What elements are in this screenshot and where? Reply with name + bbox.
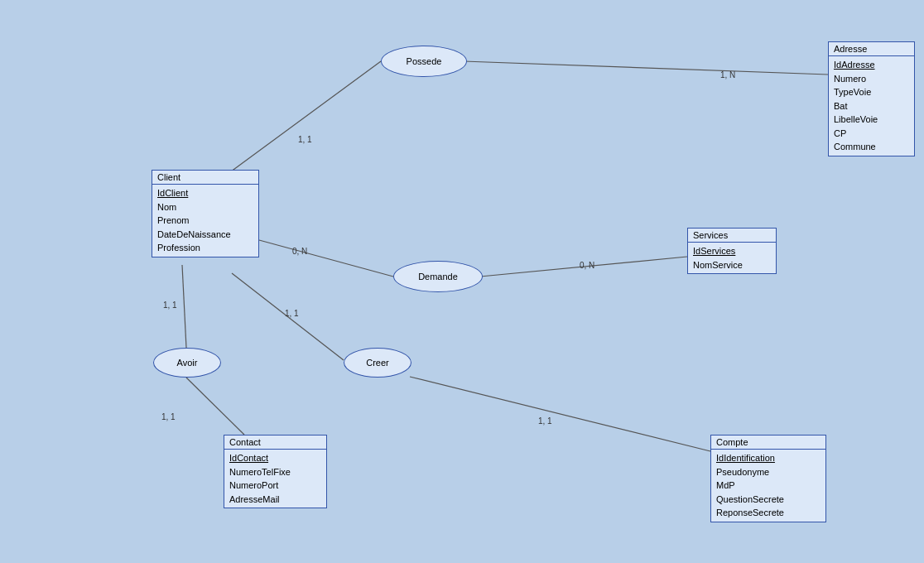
entity-services: Services IdServices NomService xyxy=(687,228,777,274)
relation-avoir: Avoir xyxy=(153,348,221,378)
entity-contact-title: Contact xyxy=(224,435,326,450)
relation-creer: Creer xyxy=(344,348,411,378)
card-client-creer: 1, 1 xyxy=(285,309,299,318)
card-possede-adresse: 1, N xyxy=(720,70,735,79)
entity-client-title: Client xyxy=(152,171,258,185)
svg-line-7 xyxy=(410,377,710,451)
attr-responseSecrete: ReponseSecrete xyxy=(716,506,821,520)
relation-demande-label: Demande xyxy=(418,272,458,282)
diagram-canvas: Client IdClient Nom Prenom DateDeNaissan… xyxy=(0,0,924,563)
svg-line-4 xyxy=(182,265,186,348)
card-client-possede: 1, 1 xyxy=(298,135,312,144)
attr-pseudonyme: Pseudonyme xyxy=(716,465,821,479)
relation-possede-label: Possede xyxy=(407,56,442,66)
card-client-demande: 0, N xyxy=(292,247,307,256)
attr-datenaissance: DateDeNaissance xyxy=(157,228,253,242)
card-creer-compte: 1, 1 xyxy=(538,416,552,426)
attr-idservices: IdServices xyxy=(693,244,771,258)
attr-idcontact: IdContact xyxy=(229,451,321,465)
entity-adresse: Adresse IdAdresse Numero TypeVoie Bat Li… xyxy=(828,41,915,156)
entity-client: Client IdClient Nom Prenom DateDeNaissan… xyxy=(152,170,259,257)
attr-questionSecrete: QuestionSecrete xyxy=(716,493,821,507)
entity-services-attrs: IdServices NomService xyxy=(688,243,776,273)
relation-demande: Demande xyxy=(393,261,483,292)
attr-mdp: MdP xyxy=(716,479,821,493)
entity-client-attrs: IdClient Nom Prenom DateDeNaissance Prof… xyxy=(152,185,258,257)
attr-prenom: Prenom xyxy=(157,214,253,228)
card-demande-services: 0, N xyxy=(580,261,594,270)
svg-line-1 xyxy=(464,61,828,75)
attr-numero: Numero xyxy=(834,72,909,86)
entity-contact-attrs: IdContact NumeroTelFixe NumeroPort Adres… xyxy=(224,450,326,508)
attr-cp: CP xyxy=(834,127,909,141)
attr-adressemail: AdresseMail xyxy=(229,493,321,507)
attr-libellevoie: LibelleVoie xyxy=(834,113,909,127)
attr-nomservice: NomService xyxy=(693,258,771,272)
attr-profession: Profession xyxy=(157,241,253,255)
card-avoir-contact: 1, 1 xyxy=(161,412,176,421)
attr-ididentification: IdIdentification xyxy=(716,451,821,465)
entity-adresse-title: Adresse xyxy=(829,42,914,56)
attr-numeroport: NumeroPort xyxy=(229,479,321,493)
entity-compte-attrs: IdIdentification Pseudonyme MdP Question… xyxy=(711,450,825,522)
attr-nom: Nom xyxy=(157,200,253,214)
entity-compte-title: Compte xyxy=(711,435,825,450)
svg-line-5 xyxy=(186,378,244,435)
relation-creer-label: Creer xyxy=(366,358,389,368)
attr-idadresse: IdAdresse xyxy=(834,58,909,72)
attr-bat: Bat xyxy=(834,99,909,113)
relation-avoir-label: Avoir xyxy=(177,358,198,368)
entity-services-title: Services xyxy=(688,229,776,243)
entity-compte: Compte IdIdentification Pseudonyme MdP Q… xyxy=(710,435,826,522)
svg-line-2 xyxy=(259,240,393,277)
attr-numerotelFixe: NumeroTelFixe xyxy=(229,465,321,479)
entity-contact: Contact IdContact NumeroTelFixe NumeroPo… xyxy=(224,435,327,508)
attr-idclient: IdClient xyxy=(157,186,253,200)
attr-typevoie: TypeVoie xyxy=(834,85,909,99)
attr-commune: Commune xyxy=(834,140,909,154)
card-client-avoir: 1, 1 xyxy=(163,301,177,310)
entity-adresse-attrs: IdAdresse Numero TypeVoie Bat LibelleVoi… xyxy=(829,56,914,156)
relation-possede: Possede xyxy=(381,46,467,77)
